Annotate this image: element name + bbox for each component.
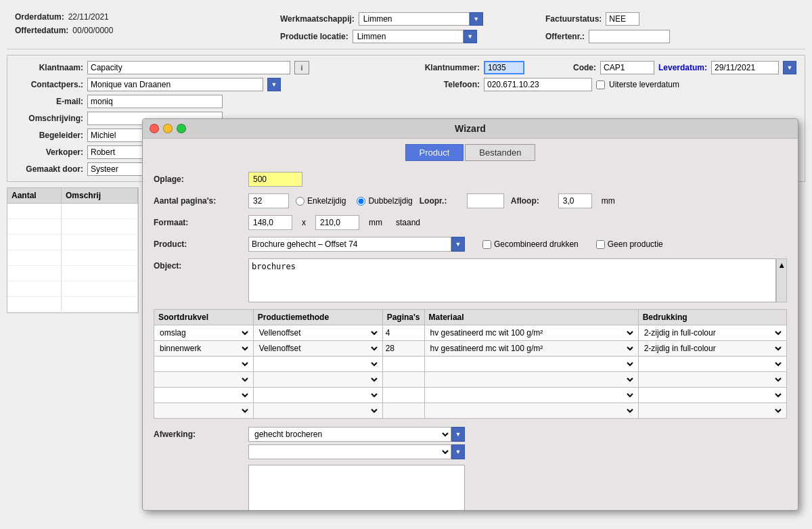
contactpers-input[interactable] bbox=[87, 78, 263, 91]
factuurstatus-input[interactable] bbox=[606, 12, 639, 26]
minimize-icon[interactable] bbox=[163, 124, 173, 133]
afwerking-select-1[interactable]: gehecht brocheren bbox=[248, 427, 451, 442]
bg-table: Aantal Omschrij bbox=[7, 187, 139, 313]
mat-select-4[interactable] bbox=[428, 374, 635, 385]
dubbelzijdig-radio[interactable] bbox=[357, 197, 365, 206]
afwerking-dropdown-2[interactable]: ▼ bbox=[451, 444, 465, 459]
bed-select-4[interactable] bbox=[641, 374, 784, 385]
klantnaam-info-btn[interactable]: i bbox=[294, 61, 309, 74]
email-input[interactable] bbox=[87, 95, 223, 108]
soort-select-3[interactable] bbox=[157, 359, 250, 369]
productieLoc-dropdown[interactable]: ▼ bbox=[464, 30, 477, 43]
bg-table-rows bbox=[7, 204, 138, 313]
prod-table-body: omslag Vellenoffset 4 hv gesatineerd mc … bbox=[154, 325, 787, 419]
cell-prod bbox=[253, 388, 382, 403]
geen-productie-wrap: Geen productie bbox=[596, 239, 663, 249]
werkmaatschappij-input[interactable] bbox=[359, 12, 470, 26]
telefoon-row: Telefoon: Uiterste leverdatum bbox=[412, 78, 796, 91]
afloop-input[interactable] bbox=[558, 193, 592, 208]
afwerking-dropdown-1[interactable]: ▼ bbox=[451, 427, 465, 442]
gecombineerd-checkbox[interactable] bbox=[482, 240, 491, 249]
contactpers-row: Contactpers.: ▼ bbox=[16, 78, 399, 91]
loopr-input[interactable] bbox=[467, 193, 504, 208]
cell-bed bbox=[638, 403, 786, 419]
cell-bed: 2-zijdig in full-colour bbox=[638, 325, 786, 341]
cell-soort bbox=[154, 372, 254, 388]
wizard-title: Wizard bbox=[455, 123, 486, 134]
mat-select-6[interactable] bbox=[428, 405, 635, 416]
mat-select-5[interactable] bbox=[428, 390, 635, 400]
bed-select-1[interactable]: 2-zijdig in full-colour bbox=[641, 327, 784, 338]
product-label: Product: bbox=[154, 239, 242, 249]
soort-select-6[interactable] bbox=[157, 405, 250, 416]
tab-product[interactable]: Product bbox=[405, 144, 464, 161]
geen-productie-checkbox[interactable] bbox=[596, 240, 605, 249]
werkmaatschappij-dropdown[interactable]: ▼ bbox=[470, 12, 483, 26]
soort-select-2[interactable]: binnenwerk bbox=[157, 343, 250, 354]
enkelzijdig-radio[interactable] bbox=[296, 197, 304, 206]
prod-select-1[interactable]: Vellenoffset bbox=[256, 327, 380, 338]
leverdatum-dropdown[interactable]: ▼ bbox=[783, 61, 796, 74]
bed-select-5[interactable] bbox=[641, 390, 784, 400]
cell-mat bbox=[424, 372, 638, 388]
product-input[interactable] bbox=[248, 237, 451, 252]
close-icon[interactable] bbox=[150, 124, 159, 133]
enkelzijdig-option[interactable]: Enkelzijdig bbox=[296, 196, 346, 206]
soort-select-5[interactable] bbox=[157, 390, 250, 400]
afwerking-select-2[interactable] bbox=[248, 444, 451, 459]
cell-soort: omslag bbox=[154, 325, 254, 341]
afwerking-textarea[interactable] bbox=[248, 465, 465, 511]
bed-select-2[interactable]: 2-zijdig in full-colour bbox=[641, 343, 784, 354]
paginas-input[interactable] bbox=[248, 193, 289, 208]
main-form: Orderdatum: 22/11/2021 Offertedatum: 00/… bbox=[0, 0, 812, 529]
bed-select-3[interactable] bbox=[641, 359, 784, 369]
formaat-h-input[interactable] bbox=[315, 215, 359, 230]
offertenr-row: Offertenr.: bbox=[545, 30, 797, 43]
klantnummer-row: Klantnummer: Code: Leverdatum: ▼ bbox=[412, 61, 796, 74]
mat-select-2[interactable]: hv gesatineerd mc wit 100 g/m² bbox=[428, 343, 635, 354]
code-input[interactable] bbox=[600, 61, 654, 74]
offertenr-input[interactable] bbox=[589, 30, 670, 43]
prod-select-2[interactable]: Vellenoffset bbox=[256, 343, 380, 354]
cell-aantal bbox=[7, 219, 62, 234]
zijdig-group: Enkelzijdig Dubbelzijdig bbox=[296, 196, 413, 206]
cell-prod: Vellenoffset bbox=[253, 325, 382, 341]
table-row bbox=[154, 403, 787, 419]
object-textarea[interactable]: brochures bbox=[248, 258, 776, 302]
formaat-w-input[interactable] bbox=[248, 215, 292, 230]
offertenr-label: Offertenr.: bbox=[545, 32, 585, 41]
soort-select-4[interactable] bbox=[157, 374, 250, 385]
dubbelzijdig-option[interactable]: Dubbelzijdig bbox=[357, 196, 412, 206]
cell-bed bbox=[638, 356, 786, 372]
prod-select-6[interactable] bbox=[256, 405, 380, 416]
production-table: Soortdrukvel Productiemethode Pagina's M… bbox=[154, 309, 787, 419]
klantnaam-row: Klantnaam: i bbox=[16, 61, 399, 74]
afloop-label: Afloop: bbox=[511, 196, 551, 206]
prod-select-5[interactable] bbox=[256, 390, 380, 400]
product-dropdown[interactable]: ▼ bbox=[451, 237, 465, 252]
tab-bestanden[interactable]: Bestanden bbox=[465, 144, 535, 161]
leverdatum-input[interactable] bbox=[711, 61, 779, 74]
productieLoc-input[interactable] bbox=[353, 30, 464, 43]
uiterste-checkbox[interactable] bbox=[596, 80, 605, 89]
mat-select-1[interactable]: hv gesatineerd mc wit 100 g/m² bbox=[428, 327, 635, 338]
cell-omschrij bbox=[62, 281, 138, 296]
soort-select-1[interactable]: omslag bbox=[157, 327, 250, 338]
cell-mat bbox=[424, 403, 638, 419]
maximize-icon[interactable] bbox=[177, 124, 186, 133]
prod-select-3[interactable] bbox=[256, 359, 380, 369]
mat-select-3[interactable] bbox=[428, 359, 635, 369]
telefoon-input[interactable] bbox=[484, 78, 592, 91]
werkmaatschappij-combo[interactable]: ▼ bbox=[359, 12, 483, 26]
cell-aantal bbox=[7, 281, 62, 296]
prod-select-4[interactable] bbox=[256, 374, 380, 385]
oplage-input[interactable] bbox=[248, 172, 302, 187]
factuurstatus-row: Factuurstatus: bbox=[545, 12, 797, 26]
contactpers-dropdown[interactable]: ▼ bbox=[267, 78, 281, 91]
bed-select-6[interactable] bbox=[641, 405, 784, 416]
klantnaam-input[interactable] bbox=[87, 61, 290, 74]
klantnummer-input[interactable] bbox=[484, 61, 524, 74]
object-scrollbar[interactable]: ▲ bbox=[776, 258, 787, 302]
productieLoc-combo[interactable]: ▼ bbox=[353, 30, 477, 43]
cell-mat bbox=[424, 388, 638, 403]
